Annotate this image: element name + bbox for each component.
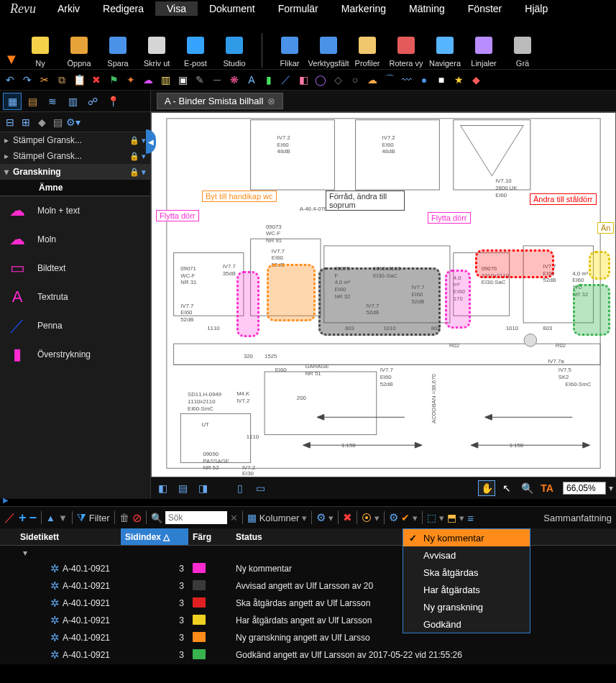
ribbon-save-icon[interactable]: Spara (99, 22, 137, 68)
markup-cloud[interactable] (318, 267, 441, 336)
star-icon[interactable]: ★ (451, 73, 466, 87)
cloud2-icon[interactable]: ☁ (365, 73, 380, 87)
markup-cloud[interactable] (445, 270, 471, 329)
pen-red-icon[interactable]: ／ (4, 510, 16, 526)
status-menu-item[interactable]: Har åtgärdats (403, 581, 530, 598)
text-select-icon[interactable]: TA (538, 480, 556, 496)
paste-icon[interactable]: 📋 (72, 73, 86, 87)
check-icon[interactable]: ✔ (401, 512, 410, 523)
diamond-icon[interactable]: ◆ (469, 73, 483, 87)
header-pagelabel[interactable]: Sidetikett (0, 532, 121, 542)
tool-item[interactable]: ▮Överstrykning (0, 340, 150, 369)
menu-mätning[interactable]: Mätning (397, 1, 456, 16)
columns-label[interactable]: Kolumner (259, 513, 300, 523)
header-pageindex[interactable]: Sidindex △ (121, 528, 188, 545)
menu-visa[interactable]: Visa (155, 1, 198, 16)
zoom-input[interactable] (563, 482, 606, 495)
expand-icon[interactable]: ⊞ (19, 115, 33, 129)
select-tool-icon[interactable]: ↖ (498, 480, 515, 496)
import-icon[interactable]: ⬚ (427, 512, 436, 523)
thumbnails-tab-icon[interactable]: ▤ (23, 93, 42, 110)
ribbon-toolbars-icon[interactable]: Verktygsfält (310, 22, 347, 68)
zoom-dropdown-icon[interactable]: ▾ (609, 483, 613, 493)
redo-icon[interactable]: ↷ (20, 73, 35, 87)
ribbon-print-icon[interactable]: Skriv ut (138, 22, 175, 68)
ribbon-rulers-icon[interactable]: Linjaler (465, 22, 502, 68)
stamp2-icon[interactable]: ❋ (227, 73, 242, 87)
status-menu-item[interactable]: Ny granskning (403, 598, 530, 615)
ellipse-icon[interactable]: ○ (348, 73, 362, 87)
copy-icon[interactable]: ⧉ (55, 73, 69, 87)
markup-label[interactable]: Flytta dörr (156, 210, 199, 221)
toolset-row[interactable]: ▸Stämpel Gransk... 🔒 ▾ (0, 148, 150, 164)
status-traffic-icon[interactable]: ⦿ (362, 512, 372, 523)
toolset-row[interactable]: ▸Stämpel Gransk... 🔒 ▾ (0, 132, 150, 148)
clear-filter-icon[interactable]: ⊘ (132, 511, 142, 525)
markup-cloud[interactable] (475, 249, 554, 278)
menu-hjälp[interactable]: Hjälp (513, 1, 559, 16)
cloud-tool-icon[interactable]: ☁ (141, 73, 155, 87)
poly-icon[interactable]: ◇ (331, 73, 345, 87)
toolset-row-active[interactable]: ▾Granskning 🔒 ▾ (0, 164, 150, 180)
markups-row[interactable]: ✲A-40.1-09213Godkänd angett av Ulf Larss… (0, 646, 616, 664)
summary-icon[interactable]: ≡ (467, 512, 474, 524)
columns-icon[interactable]: ▦ (247, 512, 257, 523)
text-a-icon[interactable]: A (244, 73, 259, 87)
ribbon-email-icon[interactable]: E-post (177, 22, 214, 68)
zoom-tool-icon[interactable]: 🔍 (518, 480, 535, 496)
menu-markering[interactable]: Markering (330, 1, 397, 16)
markup-cloud[interactable] (589, 251, 610, 280)
stamp-icon[interactable]: ✦ (124, 73, 138, 87)
drawing-viewport[interactable]: IV7.2EI6048dB IV7.2EI6048dB IV7.102800 U… (151, 112, 616, 477)
gear-icon[interactable]: ⚙▾ (66, 115, 81, 129)
collapse-icon[interactable]: ⊟ (3, 115, 17, 129)
trash-icon[interactable]: 🗑 (119, 512, 129, 523)
expand-group-icon[interactable]: ▾ (23, 548, 27, 558)
continuous-icon[interactable]: ▭ (252, 480, 269, 496)
menu-arkiv[interactable]: Arkiv (46, 1, 91, 16)
layers-tab-icon[interactable]: ≋ (43, 93, 62, 110)
markup-label[interactable]: Flytta dörr (428, 212, 471, 224)
eraser-icon[interactable]: ◧ (296, 73, 311, 87)
zoom-field[interactable]: ▾ (563, 482, 613, 495)
expand-handle-icon[interactable]: ▶ (3, 496, 9, 504)
tool-item[interactable]: ☁Moln (0, 225, 150, 254)
menu-fönster[interactable]: Fönster (456, 1, 513, 16)
tool-item[interactable]: ATextruta (0, 283, 150, 311)
filter-label[interactable]: Filter (89, 513, 110, 523)
markup-cloud[interactable] (236, 271, 259, 337)
document-tab[interactable]: A - Binder Smista bilhall ⊗ (157, 93, 283, 109)
status-menu-item[interactable]: Avvisad (403, 546, 530, 564)
header-color[interactable]: Färg (188, 532, 231, 542)
single-page-icon[interactable]: ▯ (231, 480, 249, 496)
search-input[interactable] (165, 511, 227, 524)
delete-icon[interactable]: ✖ (89, 73, 104, 87)
status-menu-item[interactable]: Ny kommentar (403, 529, 530, 546)
gear-2-icon[interactable]: ⚙ (389, 511, 398, 524)
markup-label[interactable]: Förråd, ändra till soprum (326, 191, 405, 211)
ribbon-studio-icon[interactable]: Studio (216, 22, 253, 68)
line-icon[interactable]: ─ (210, 73, 224, 87)
arc-icon[interactable]: ⌒ (382, 73, 397, 87)
markup-label[interactable]: Än (597, 222, 614, 234)
ribbon-grid-icon[interactable]: Grä (504, 22, 541, 68)
shape-icon[interactable]: ◯ (313, 73, 328, 87)
menu-dokument[interactable]: Dokument (198, 1, 267, 16)
pin-icon[interactable]: ▼ (3, 51, 20, 68)
ribbon-profiles-icon[interactable]: Profiler (349, 22, 386, 68)
gear-icon[interactable]: ⚙ (316, 511, 326, 524)
expand-all-icon[interactable]: ▼ (58, 513, 68, 523)
circle-fill-icon[interactable]: ● (417, 73, 431, 87)
square-fill-icon[interactable]: ■ (434, 73, 449, 87)
tool-item[interactable]: ／Penna (0, 311, 150, 340)
filter-icon[interactable]: ⧩ (77, 511, 86, 524)
split-both-icon[interactable]: ▤ (174, 480, 191, 496)
sets-tab-icon[interactable]: ▥ (63, 93, 82, 110)
clear-search-icon[interactable]: ✕ (230, 513, 238, 523)
status-menu-item[interactable]: Ska åtgärdas (403, 564, 530, 581)
menu-redigera[interactable]: Redigera (91, 1, 155, 16)
summary-label[interactable]: Sammanfattning (543, 513, 612, 523)
export-icon[interactable]: ⬒ (447, 512, 456, 523)
ribbon-open-icon[interactable]: Öppna (60, 22, 98, 68)
markup-cloud[interactable] (267, 264, 316, 321)
